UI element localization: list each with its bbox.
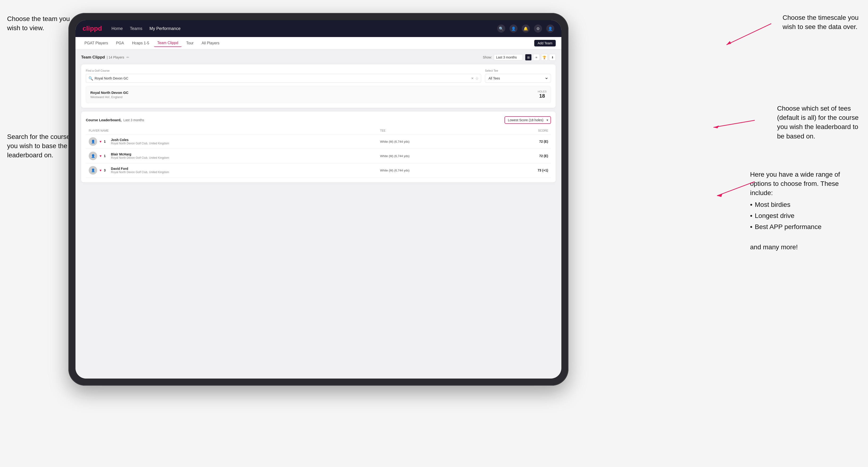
svg-marker-5 bbox=[726, 41, 731, 45]
tee-select-wrap: All Tees bbox=[485, 74, 551, 83]
svg-line-6 bbox=[714, 120, 755, 127]
col-score: SCORE bbox=[496, 127, 551, 134]
player-score-2: 72 (E) bbox=[496, 149, 551, 163]
trophy-icon[interactable]: 🏆 bbox=[541, 54, 548, 61]
rank: 1 bbox=[104, 139, 108, 144]
select-tee-label: Select Tee bbox=[485, 69, 551, 72]
annotation-mid-left: Search for the course you wish to base t… bbox=[7, 132, 70, 160]
leaderboard-title-wrap: Course Leaderboard, Last 3 months bbox=[86, 118, 144, 122]
col-player: PLAYER NAME bbox=[86, 127, 377, 134]
subnav-tour[interactable]: Tour bbox=[183, 40, 197, 47]
show-label: Show: bbox=[483, 55, 492, 59]
avatar: 👤 bbox=[89, 137, 97, 146]
table-header: PLAYER NAME TEE SCORE bbox=[86, 127, 551, 134]
course-location: Westward Ho!, England bbox=[90, 95, 129, 99]
course-search-input[interactable] bbox=[95, 76, 471, 80]
table-row: 👤 ♥ 1 Blair McHarg Royal North Devon Gol… bbox=[86, 149, 551, 163]
grid-view-icon[interactable]: ⊞ bbox=[525, 54, 532, 61]
player-score-3: 73 (+1) bbox=[496, 163, 551, 178]
subnav-pga[interactable]: PGA bbox=[113, 40, 127, 47]
table-row: 👤 ♥ 3 David Ford Royal North Devon Golf … bbox=[86, 163, 551, 178]
view-icons: ⊞ ≡ 🏆 ⬇ bbox=[525, 54, 556, 61]
holes-number: 18 bbox=[538, 93, 547, 99]
heart-icon[interactable]: ♥ bbox=[99, 154, 101, 158]
course-search-input-wrap: 🔍 ✕ ☆ bbox=[86, 74, 481, 83]
favourite-button[interactable]: ☆ bbox=[475, 76, 478, 81]
leaderboard-tbody: 👤 ♥ 1 Josh Coles Royal North Devon Golf … bbox=[86, 134, 551, 178]
find-course-col: Find a Golf Course 🔍 ✕ ☆ bbox=[86, 69, 481, 83]
tablet-frame: clippd Home Teams My Performance 🔍 👤 🔔 ⚙… bbox=[68, 13, 568, 385]
holes-label: Holes bbox=[538, 90, 547, 93]
navbar: clippd Home Teams My Performance 🔍 👤 🔔 ⚙… bbox=[75, 20, 561, 37]
clear-search-button[interactable]: ✕ bbox=[471, 76, 474, 80]
subnav-hcaps[interactable]: Hcaps 1-5 bbox=[129, 40, 153, 47]
show-dropdown-wrap: Last 3 months bbox=[494, 54, 523, 60]
heart-icon[interactable]: ♥ bbox=[99, 139, 101, 144]
table-row: 👤 ♥ 1 Josh Coles Royal North Devon Golf … bbox=[86, 134, 551, 149]
player-club: Royal North Devon Golf Club, United King… bbox=[111, 156, 169, 159]
course-result-row: Royal North Devon GC Westward Ho!, Engla… bbox=[86, 86, 551, 103]
subnav-pgat[interactable]: PGAT Players bbox=[81, 40, 111, 47]
holes-box: Holes 18 bbox=[538, 90, 547, 99]
tablet-screen: clippd Home Teams My Performance 🔍 👤 🔔 ⚙… bbox=[75, 20, 561, 379]
main-content: Team Clippd | 14 Players ✏ Show: Last 3 … bbox=[75, 49, 561, 379]
annotation-top-right: Choose the timescale you wish to see the… bbox=[783, 13, 859, 31]
nav-logo: clippd bbox=[83, 25, 102, 32]
leaderboard-table: PLAYER NAME TEE SCORE 👤 bbox=[86, 127, 551, 178]
svg-line-4 bbox=[726, 24, 771, 45]
player-name: Blair McHarg bbox=[111, 152, 169, 156]
course-search-card: Find a Golf Course 🔍 ✕ ☆ Select Tee bbox=[81, 64, 556, 108]
player-cell-3: 👤 ♥ 3 David Ford Royal North Devon Golf … bbox=[86, 163, 377, 178]
nav-link-home[interactable]: Home bbox=[111, 26, 123, 31]
svg-marker-7 bbox=[714, 125, 719, 128]
player-name: David Ford bbox=[111, 167, 169, 170]
team-count: | 14 Players bbox=[107, 55, 124, 59]
leaderboard-card: Course Leaderboard, Last 3 months Lowest… bbox=[81, 112, 556, 182]
app-container: clippd Home Teams My Performance 🔍 👤 🔔 ⚙… bbox=[75, 20, 561, 379]
notification-icon[interactable]: 🔔 bbox=[522, 25, 530, 33]
leaderboard-header: Course Leaderboard, Last 3 months Lowest… bbox=[86, 116, 551, 124]
avatar-icon[interactable]: 👤 bbox=[546, 25, 554, 33]
avatar: 👤 bbox=[89, 152, 97, 160]
svg-line-8 bbox=[717, 182, 755, 196]
player-cell-2: 👤 ♥ 1 Blair McHarg Royal North Devon Gol… bbox=[86, 149, 377, 163]
heart-icon[interactable]: ♥ bbox=[99, 168, 101, 172]
player-tee-3: White (M) (6,744 yds) bbox=[377, 163, 496, 178]
sub-nav: PGAT Players PGA Hcaps 1-5 Team Clippd T… bbox=[75, 37, 561, 49]
show-dropdown[interactable]: Last 3 months bbox=[494, 54, 523, 60]
avatar: 👤 bbox=[89, 166, 97, 175]
settings-icon[interactable]: ⚙ bbox=[534, 25, 542, 33]
subnav-team-clippd[interactable]: Team Clippd bbox=[154, 39, 182, 47]
rank: 1 bbox=[104, 154, 108, 158]
player-club: Royal North Devon Golf Club, United King… bbox=[111, 142, 169, 145]
player-cell-1: 👤 ♥ 1 Josh Coles Royal North Devon Golf … bbox=[86, 134, 377, 149]
profile-icon[interactable]: 👤 bbox=[509, 25, 518, 33]
nav-icons: 🔍 👤 🔔 ⚙ 👤 bbox=[497, 25, 554, 33]
list-view-icon[interactable]: ≡ bbox=[533, 54, 540, 61]
course-result-info: Royal North Devon GC Westward Ho!, Engla… bbox=[90, 91, 129, 99]
nav-links: Home Teams My Performance bbox=[111, 26, 497, 31]
select-tee-col: Select Tee All Tees bbox=[485, 69, 551, 83]
leaderboard-title: Course Leaderboard, Last 3 months bbox=[86, 118, 144, 122]
subnav-all-players[interactable]: All Players bbox=[198, 40, 223, 47]
player-tee-2: White (M) (6,744 yds) bbox=[377, 149, 496, 163]
nav-link-teams[interactable]: Teams bbox=[130, 26, 142, 31]
nav-link-my-performance[interactable]: My Performance bbox=[149, 26, 181, 31]
search-icon[interactable]: 🔍 bbox=[497, 25, 505, 33]
tee-select[interactable]: All Tees bbox=[488, 76, 549, 81]
team-header-bar: Team Clippd | 14 Players ✏ Show: Last 3 … bbox=[81, 54, 556, 61]
col-tee: TEE bbox=[377, 127, 496, 134]
add-team-button[interactable]: Add Team bbox=[534, 40, 556, 46]
svg-marker-9 bbox=[717, 194, 722, 197]
rank: 3 bbox=[104, 168, 108, 172]
player-club: Royal North Devon Golf Club, United King… bbox=[111, 170, 169, 174]
annotation-bottom-right: Here you have a wide range of options to… bbox=[750, 170, 859, 252]
course-name: Royal North Devon GC bbox=[90, 91, 129, 95]
download-icon[interactable]: ⬇ bbox=[549, 54, 556, 61]
edit-icon[interactable]: ✏ bbox=[126, 55, 129, 59]
search-section: Find a Golf Course 🔍 ✕ ☆ Select Tee bbox=[86, 69, 551, 83]
team-title: Team Clippd bbox=[81, 55, 105, 60]
search-icon-inline: 🔍 bbox=[88, 76, 93, 81]
score-type-dropdown[interactable]: Lowest Score (18 holes) bbox=[504, 116, 551, 124]
player-tee-1: White (M) (6,744 yds) bbox=[377, 134, 496, 149]
